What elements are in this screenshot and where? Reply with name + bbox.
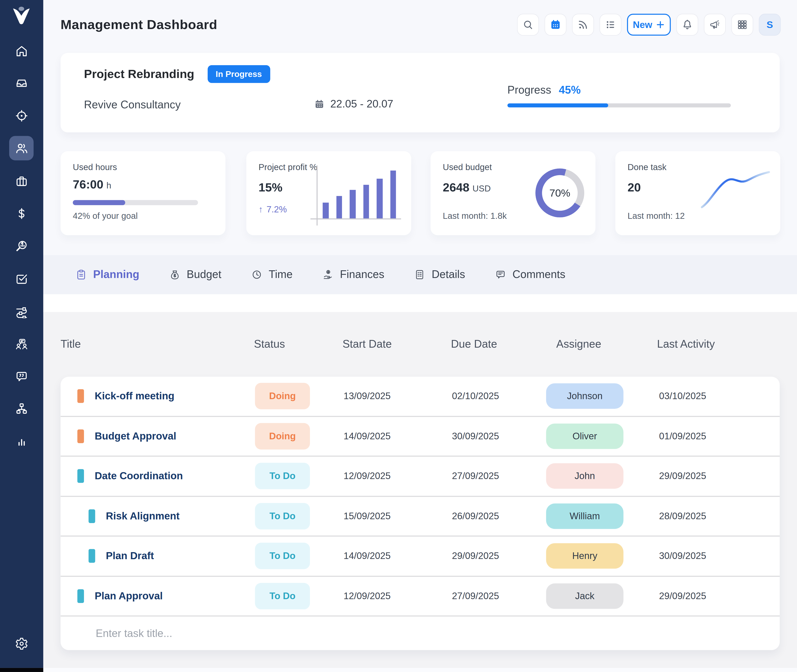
bar-chart-icon: [14, 434, 28, 448]
new-button-label: New: [633, 19, 652, 30]
profit-bar: [377, 179, 382, 218]
used-hours-sub: 42% of your goal: [73, 211, 138, 222]
document-icon: [414, 269, 425, 280]
sidebar-item-finance[interactable]: [9, 201, 34, 226]
announcements-button[interactable]: [704, 14, 726, 35]
task-marker: [77, 429, 84, 443]
new-button[interactable]: New: [627, 14, 671, 35]
sidebar-item-tasks[interactable]: [9, 266, 34, 291]
plus-icon: [655, 20, 665, 29]
sidebar-item-pipeline[interactable]: [9, 299, 34, 323]
project-name: Project Rebranding: [84, 67, 194, 81]
task-assignee-pill: John: [546, 464, 623, 489]
tab-budget[interactable]: Budget: [169, 268, 221, 281]
task-marker: [89, 509, 95, 523]
divider-band: [43, 294, 797, 312]
new-task-input[interactable]: [95, 627, 555, 640]
task-assignee-pill: Henry: [546, 543, 623, 569]
search-icon: [522, 19, 534, 30]
budget-donut: 70%: [535, 169, 584, 218]
table-rows: Kick-off meeting Doing 13/09/2025 02/10/…: [61, 377, 780, 616]
org-chart-icon: [14, 402, 28, 415]
notifications-button[interactable]: [676, 14, 698, 35]
search-button[interactable]: [517, 14, 539, 35]
task-marker: [77, 589, 84, 603]
task-title-link[interactable]: Budget Approval: [95, 430, 176, 442]
hand-coin-icon: [322, 269, 334, 280]
task-due-date: 26/09/2025: [452, 510, 499, 522]
sidebar-item-structure[interactable]: [9, 396, 34, 421]
task-assignee-pill: Johnson: [546, 384, 623, 409]
tab-comments[interactable]: Comments: [495, 268, 565, 281]
sidebar-item-settings[interactable]: [9, 631, 34, 656]
tab-bar: Planning Budget Time Finances Details Co…: [75, 255, 565, 294]
done-sparkline: [699, 165, 772, 211]
list-button[interactable]: [600, 14, 621, 35]
task-marker: [77, 389, 84, 403]
chat-quote-icon: [14, 370, 28, 383]
task-status-badge: To Do: [255, 503, 310, 529]
sidebar-item-team[interactable]: [9, 136, 34, 160]
sidebar-item-meetings[interactable]: [9, 332, 34, 356]
profit-bar: [363, 185, 369, 218]
done-label: Done task: [628, 162, 666, 173]
sidebar-item-projects[interactable]: [9, 169, 34, 194]
task-title-link[interactable]: Date Coordination: [95, 470, 183, 482]
profit-delta-value: 7.2%: [267, 204, 287, 215]
task-title-link[interactable]: Plan Draft: [106, 550, 154, 562]
tab-comments-label: Comments: [513, 268, 565, 281]
tab-time[interactable]: Time: [251, 268, 292, 281]
sidebar-item-feedback[interactable]: [9, 364, 34, 388]
sidebar-item-analytics[interactable]: [9, 234, 34, 258]
task-status-badge: To Do: [255, 463, 310, 489]
broadcast-button[interactable]: [572, 14, 594, 35]
new-task-row: [61, 616, 780, 650]
tab-time-label: Time: [269, 268, 293, 281]
pipeline-icon: [14, 304, 28, 318]
tab-finances-label: Finances: [340, 268, 384, 281]
task-start-date: 14/09/2025: [343, 430, 391, 442]
tab-details-label: Details: [432, 268, 465, 281]
money-bag-icon: [169, 269, 180, 280]
tab-planning[interactable]: Planning: [75, 268, 139, 281]
inbox-icon: [14, 76, 28, 90]
task-title-link[interactable]: Kick-off meeting: [95, 390, 174, 402]
table-row[interactable]: Risk Alignment To Do 15/09/2025 26/09/20…: [61, 497, 780, 536]
table-row[interactable]: Plan Approval To Do 12/09/2025 27/09/202…: [61, 576, 780, 616]
progress-bar: [507, 103, 731, 107]
tab-planning-label: Planning: [93, 268, 139, 281]
target-icon: [14, 109, 28, 122]
table-row[interactable]: Plan Draft To Do 14/09/2025 29/09/2025 H…: [61, 536, 780, 576]
table-row[interactable]: Date Coordination To Do 12/09/2025 27/09…: [61, 457, 780, 497]
task-title-link[interactable]: Plan Approval: [95, 590, 163, 602]
task-due-date: 30/09/2025: [452, 430, 499, 442]
task-start-date: 12/09/2025: [343, 470, 391, 482]
done-sub: Last month: 12: [628, 211, 685, 222]
sidebar-item-home[interactable]: [9, 39, 34, 63]
table-row[interactable]: Kick-off meeting Doing 13/09/2025 02/10/…: [61, 377, 780, 417]
sidebar-item-reports[interactable]: [9, 429, 34, 453]
task-title-link[interactable]: Risk Alignment: [106, 510, 180, 522]
tab-details[interactable]: Details: [414, 268, 465, 281]
task-assignee-pill: William: [546, 503, 623, 529]
task-marker: [77, 469, 84, 483]
project-date-range: 22.05 - 20.07: [330, 98, 393, 110]
apps-button[interactable]: [732, 14, 753, 35]
budget-card: Used budget 2648USD Last month: 1.8k 70%: [431, 151, 596, 235]
tab-finances[interactable]: Finances: [322, 268, 384, 281]
sidebar-item-inbox[interactable]: [9, 71, 34, 95]
search-stats-icon: [14, 239, 28, 253]
table-row[interactable]: Budget Approval Doing 14/09/2025 30/09/2…: [61, 417, 780, 457]
user-avatar[interactable]: S: [759, 14, 781, 35]
project-client: Revive Consultancy: [84, 99, 181, 112]
calendar-button[interactable]: [545, 14, 566, 35]
sidebar: [0, 0, 43, 668]
home-icon: [14, 44, 28, 58]
dollar-icon: [14, 206, 28, 220]
bell-icon: [682, 19, 693, 30]
users-icon: [14, 141, 28, 155]
column-last-activity: Last Activity: [657, 338, 715, 351]
clock-icon: [251, 269, 262, 280]
sidebar-item-target[interactable]: [9, 103, 34, 128]
tasks-table: Kick-off meeting Doing 13/09/2025 02/10/…: [61, 377, 780, 650]
